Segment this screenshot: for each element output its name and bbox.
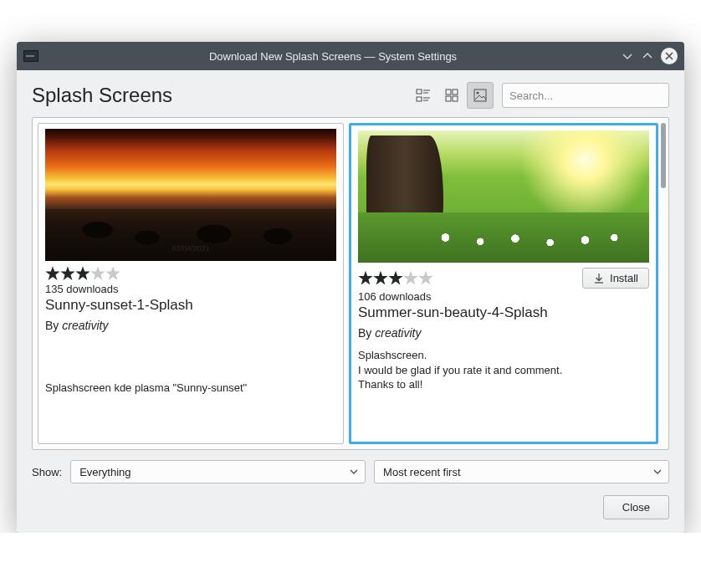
star-rating: [45, 266, 120, 281]
svg-rect-7: [453, 89, 458, 95]
by-prefix: By: [45, 319, 62, 332]
star-icon: [358, 271, 373, 286]
by-prefix: By: [358, 326, 375, 340]
view-preview-button[interactable]: [467, 82, 494, 109]
header-row: Splash Screens: [32, 82, 669, 109]
window-title: Download New Splash Screens — System Set…: [45, 50, 621, 63]
view-preview-icon: [473, 88, 488, 103]
byline: By creativity: [45, 319, 336, 332]
sort-value: Most recent first: [383, 466, 460, 478]
author-link[interactable]: creativity: [62, 319, 108, 332]
chevron-down-icon: [350, 468, 358, 476]
search-input[interactable]: [502, 83, 669, 108]
thumbnail-date: 03/04/2021: [171, 244, 209, 253]
card-description: Splashscreen kde plasma "Sunny-sunset": [45, 381, 336, 396]
page-heading: Splash Screens: [32, 84, 400, 107]
close-window-button[interactable]: [661, 48, 678, 64]
svg-rect-9: [453, 96, 458, 101]
thumbnail-image: 03/04/2021: [45, 129, 336, 261]
star-icon: [373, 271, 388, 286]
maximize-button[interactable]: [641, 49, 654, 63]
scrollbar[interactable]: [658, 118, 668, 449]
svg-rect-6: [446, 89, 451, 95]
content-area: Splash Screens: [17, 70, 684, 533]
show-filter-value: Everything: [79, 466, 130, 478]
chevron-down-icon: [653, 468, 662, 476]
scrollbar-handle[interactable]: [661, 123, 666, 188]
install-button[interactable]: Install: [582, 268, 649, 289]
results-grid: 03/04/2021 135 downloads Sunny-sunset-1-…: [32, 117, 669, 450]
star-icon: [388, 271, 403, 286]
card-title: Sunny-sunset-1-Splash: [45, 297, 336, 314]
view-tiles-icon: [444, 88, 459, 103]
star-rating: [358, 271, 433, 286]
svg-rect-0: [417, 89, 422, 94]
sort-combobox[interactable]: Most recent first: [374, 460, 669, 483]
show-filter-combobox[interactable]: Everything: [70, 460, 366, 483]
footer: Close: [32, 495, 669, 519]
view-mode-group: [408, 82, 494, 109]
show-label: Show:: [32, 466, 62, 478]
filter-row: Show: Everything Most recent first: [32, 460, 669, 483]
star-icon: [75, 266, 90, 281]
install-label: Install: [610, 272, 638, 284]
splash-card[interactable]: 03/04/2021 135 downloads Sunny-sunset-1-…: [38, 123, 344, 444]
close-button[interactable]: Close: [603, 495, 669, 519]
svg-rect-3: [417, 97, 422, 101]
app-icon: [23, 50, 38, 62]
rating-row: [45, 266, 336, 281]
star-icon: [60, 266, 75, 281]
thumbnail-date: 03/04/2021: [484, 246, 522, 254]
dialog-window: Download New Splash Screens — System Set…: [17, 42, 684, 533]
author-link[interactable]: creativity: [375, 326, 421, 340]
svg-rect-10: [474, 89, 486, 101]
titlebar[interactable]: Download New Splash Screens — System Set…: [17, 42, 684, 70]
thumbnail-image: 03/04/2021: [358, 130, 649, 263]
download-count: 106 downloads: [358, 290, 649, 303]
card-title: Summer-sun-beauty-4-Splash: [358, 304, 649, 321]
star-icon: [90, 266, 105, 281]
view-list-detail-icon: [416, 88, 431, 103]
download-count: 135 downloads: [45, 283, 336, 295]
star-icon: [418, 271, 433, 286]
splash-card[interactable]: 03/04/2021: [349, 123, 658, 444]
rating-row: Install: [358, 268, 649, 289]
card-description: Splashscreen. I would be glad if you rat…: [358, 348, 649, 392]
minimize-button[interactable]: [621, 49, 634, 63]
star-icon: [403, 271, 418, 286]
svg-point-11: [477, 92, 479, 95]
view-tiles-button[interactable]: [438, 82, 465, 109]
download-icon: [593, 273, 605, 284]
svg-rect-8: [446, 96, 451, 101]
star-icon: [105, 266, 120, 281]
close-icon: [665, 52, 673, 60]
star-icon: [45, 266, 60, 281]
byline: By creativity: [358, 326, 649, 340]
view-list-detail-button[interactable]: [410, 82, 437, 109]
